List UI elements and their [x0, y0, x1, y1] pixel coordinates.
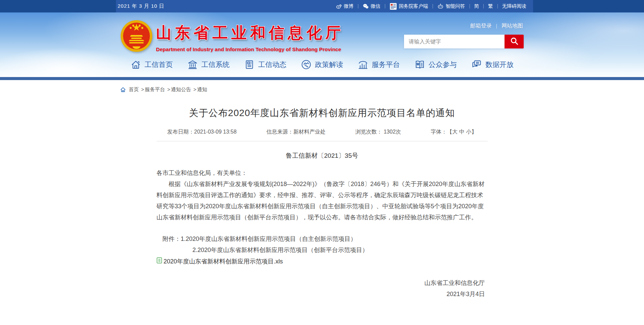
nav-label: 工信首页: [145, 60, 173, 69]
home-icon: [120, 87, 126, 92]
nav-item-system[interactable]: 工信系统: [187, 59, 230, 70]
view-count: 浏览次数： 1302次: [355, 129, 401, 136]
book-icon: [414, 59, 425, 70]
nav-label: 公众参与: [429, 60, 457, 69]
breadcrumb-service-platform[interactable]: 服务平台: [141, 86, 165, 93]
site-map-link[interactable]: 网站地图: [501, 23, 523, 30]
salutation: 各市工业和信息化局，有关单位：: [157, 168, 488, 179]
view-count-label: 浏览次数：: [355, 129, 384, 135]
separator: [483, 4, 484, 8]
topbar-links: 微博 微信 国务院客户端: [336, 3, 527, 10]
attachment-file-name[interactable]: 2020年度山东省新材料创新应用示范项目.xls: [164, 256, 283, 267]
accessibility-link[interactable]: 无障碍阅读: [502, 3, 527, 9]
nav-item-services[interactable]: 服务平台: [358, 59, 400, 70]
topbar-inner: 2021 年 3 月 10 日 微博 微信: [118, 0, 526, 12]
news-icon: [244, 59, 255, 70]
simplified-label: 简: [474, 3, 479, 9]
gov-client-icon: [390, 3, 397, 10]
body-paragraph: 根据《山东省新材料产业发展专项规划(2018—2022年)》（鲁政字〔2018〕…: [157, 179, 488, 223]
topbar: 2021 年 3 月 10 日 微博 微信: [0, 0, 644, 12]
mail-login-link[interactable]: 邮箱登录: [470, 23, 492, 30]
chart-icon: [358, 59, 368, 70]
home-icon: [130, 59, 141, 70]
weibo-icon: [336, 3, 342, 9]
nav-item-news[interactable]: 工信动态: [244, 59, 286, 70]
issuing-authority: 山东省工业和信息化厅: [157, 278, 488, 289]
handshake-icon: [301, 59, 312, 70]
separator: [385, 4, 385, 8]
header-inner: 山东省工业和信息化厅 Department of Industry and In…: [120, 12, 524, 77]
gov-client-link[interactable]: 国务院客户端: [390, 3, 428, 10]
bank-icon: [187, 59, 198, 70]
view-count-value: 1302次: [384, 129, 401, 135]
search-button[interactable]: [505, 35, 524, 48]
publish-date-value: 2021-03-09 13:58: [194, 129, 237, 135]
nav-label: 服务平台: [372, 60, 400, 69]
national-emblem-icon: [120, 20, 153, 52]
nav-item-policy[interactable]: 政策解读: [301, 59, 343, 70]
info-source-value: 新材料产业处: [293, 129, 325, 135]
info-source: 信息来源：新材料产业处: [266, 129, 325, 136]
separator: [497, 4, 498, 8]
traditional-label: 繁: [488, 3, 493, 9]
nav-label: 政策解读: [315, 60, 343, 69]
gov-client-label: 国务院客户端: [399, 3, 428, 9]
publish-date-label: 发布日期：: [167, 129, 194, 135]
smart-qa-link[interactable]: 智能问答: [437, 3, 465, 9]
breadcrumb-notice[interactable]: 通知: [194, 86, 207, 93]
nav-label: 数据开放: [485, 60, 514, 69]
search-input[interactable]: [404, 35, 505, 48]
logo-text: 山东省工业和信息化厅 Department of Industry and In…: [156, 20, 344, 52]
simplified-chinese-link[interactable]: 简: [474, 3, 479, 9]
weibo-link[interactable]: 微博: [336, 3, 354, 9]
nav-label: 工信动态: [258, 60, 286, 69]
attachment-line-2: 2.2020年度山东省新材料创新应用示范项目（创新平台示范项目）: [157, 245, 488, 256]
wechat-label: 微信: [371, 3, 380, 9]
smart-qa-label: 智能问答: [446, 3, 465, 9]
nav-item-open-data[interactable]: 数据开放: [471, 59, 514, 70]
nav-item-home[interactable]: 工信首页: [130, 59, 173, 70]
traditional-chinese-link[interactable]: 繁: [488, 3, 493, 9]
attachment-line-1: 附件：1.2020年度山东省新材料创新应用示范项目（自主创新示范项目）: [157, 233, 488, 245]
separator: [358, 4, 358, 8]
separator: [496, 24, 497, 29]
quick-links: 邮箱登录 网站地图: [470, 23, 523, 30]
article-title: 关于公布2020年度山东省新材料创新应用示范项目名单的通知: [120, 107, 524, 119]
chat-icon: [471, 59, 482, 70]
excel-file-icon: [157, 256, 162, 267]
article-body: 鲁工信新材〔2021〕35号 各市工业和信息化局，有关单位： 根据《山东省新材料…: [157, 150, 488, 300]
wechat-link[interactable]: 微信: [363, 3, 380, 9]
document-number: 鲁工信新材〔2021〕35号: [157, 150, 488, 161]
issue-date: 2021年3月4日: [157, 289, 488, 300]
nav-label: 工信系统: [201, 60, 230, 69]
info-source-label: 信息来源：: [266, 129, 293, 135]
weibo-label: 微博: [344, 3, 354, 9]
article-meta: 发布日期：2021-03-09 13:58 信息来源：新材料产业处 浏览次数： …: [157, 129, 488, 141]
article-page: 首页 服务平台 通知公告 通知 关于公布2020年度山东省新材料创新应用示范项目…: [120, 80, 524, 300]
search-bar: [404, 35, 524, 48]
breadcrumb-notices[interactable]: 通知公告: [167, 86, 191, 93]
separator: [433, 4, 433, 8]
font-size-label: 字体：: [431, 129, 447, 135]
accessibility-label: 无障碍阅读: [502, 3, 527, 9]
breadcrumb: 首页 服务平台 通知公告 通知: [120, 86, 524, 93]
nav-item-participation[interactable]: 公众参与: [414, 59, 457, 70]
site-header: 山东省工业和信息化厅 Department of Industry and In…: [0, 12, 644, 77]
font-size-control: 字体：【大 中 小】: [431, 129, 477, 136]
main-nav: 工信首页 工信系统 工信动态: [120, 56, 524, 74]
separator: [470, 4, 470, 8]
robot-icon: [437, 3, 444, 9]
publish-date: 发布日期：2021-03-09 13:58: [167, 129, 237, 136]
site-name: 山东省工业和信息化厅: [156, 24, 344, 41]
breadcrumb-home[interactable]: 首页: [129, 86, 139, 93]
font-size-options[interactable]: 【大 中 小】: [447, 129, 477, 135]
current-date: 2021 年 3 月 10 日: [118, 3, 164, 9]
search-icon: [510, 37, 519, 46]
page: 2021 年 3 月 10 日 微博 微信: [0, 0, 644, 300]
wechat-icon: [363, 3, 369, 9]
site-name-english: Department of Industry and Information T…: [156, 46, 344, 52]
attachment-download-link[interactable]: 2020年度山东省新材料创新应用示范项目.xls: [157, 256, 488, 267]
header-divider: [0, 77, 644, 80]
site-logo[interactable]: 山东省工业和信息化厅 Department of Industry and In…: [120, 20, 344, 52]
